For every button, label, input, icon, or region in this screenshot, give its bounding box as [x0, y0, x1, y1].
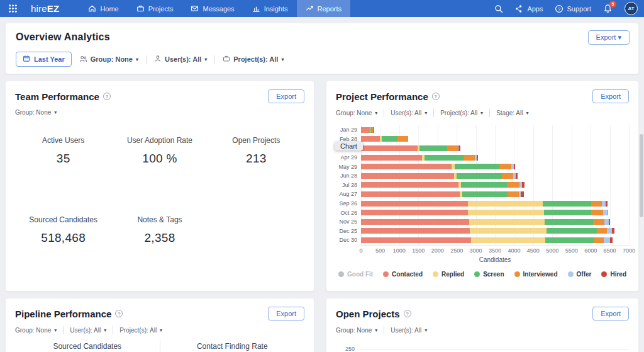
filter-user-s-all[interactable]: User(s): All▾ — [391, 110, 427, 116]
stacked-bar[interactable] — [361, 201, 629, 207]
filter-group-none[interactable]: Group: None▾ — [336, 110, 377, 116]
notifications-button[interactable]: 5 — [603, 4, 613, 13]
bar-segment-hired[interactable] — [609, 219, 610, 225]
bar-segment-hired[interactable] — [477, 155, 478, 161]
help-icon[interactable]: ? — [404, 310, 411, 317]
bar-segment-contacted[interactable] — [361, 145, 418, 151]
support-menu-item[interactable]: ? Support — [555, 4, 591, 13]
app-grid-icon[interactable] — [6, 4, 20, 13]
bar-segment-offer[interactable] — [604, 219, 609, 225]
nav-item-home[interactable]: Home — [79, 0, 127, 17]
bar-segment-interviewed[interactable] — [591, 201, 602, 207]
legend-item-screen[interactable]: Screen — [474, 271, 504, 278]
bar-segment-interviewed[interactable] — [507, 182, 519, 188]
bar-segment-contacted[interactable] — [361, 155, 422, 161]
bar-segment-screen[interactable] — [545, 219, 593, 225]
bar-segment-contacted[interactable] — [361, 164, 452, 169]
bar-segment-hired[interactable] — [521, 191, 523, 197]
legend-item-hired[interactable]: Hired — [601, 271, 626, 278]
stacked-bar[interactable] — [361, 173, 629, 179]
bar-segment-contacted[interactable] — [361, 173, 454, 179]
filter-group-none[interactable]: Group: None▾ — [15, 327, 57, 334]
bar-segment-contacted[interactable] — [361, 210, 468, 215]
bar-segment-contacted[interactable] — [361, 201, 468, 207]
legend-item-good-fit[interactable]: Good Fit — [338, 271, 373, 278]
filter-project-s-all[interactable]: Project(s): All▾ — [119, 327, 162, 334]
bar-segment-offer[interactable] — [607, 228, 612, 234]
filter-group-none[interactable]: Group: None▾ — [336, 327, 377, 334]
bar-segment-screen[interactable] — [382, 136, 398, 142]
bar-segment-interviewed[interactable] — [397, 136, 408, 142]
project-export-button[interactable]: Export — [592, 89, 629, 103]
bar-segment-screen[interactable] — [543, 201, 591, 207]
bar-segment-offer[interactable] — [604, 237, 609, 243]
bar-segment-replied[interactable] — [468, 201, 543, 207]
header-export-button[interactable]: Export ▾ — [588, 30, 630, 45]
open-projects-export-button[interactable]: Export — [592, 307, 629, 321]
bar-segment-interviewed[interactable] — [594, 237, 604, 243]
bar-segment-hired[interactable] — [612, 228, 614, 234]
bar-segment-contacted[interactable] — [361, 182, 458, 188]
stacked-bar[interactable] — [361, 145, 629, 151]
legend-item-offer[interactable]: Offer — [568, 271, 592, 278]
bar-segment-replied[interactable] — [468, 210, 544, 215]
bar-segment-contacted[interactable] — [361, 191, 460, 197]
bar-segment-contacted[interactable] — [361, 136, 380, 142]
stacked-bar[interactable] — [361, 127, 629, 133]
bar-segment-interviewed[interactable] — [508, 191, 519, 197]
team-export-button[interactable]: Export — [268, 89, 304, 103]
bar-segment-screen[interactable] — [545, 237, 594, 243]
filter-stage-all[interactable]: Stage: All▾ — [496, 110, 528, 116]
bar-segment-contacted[interactable] — [361, 237, 471, 243]
bar-segment-hired[interactable] — [606, 201, 608, 207]
bar-segment-screen[interactable] — [419, 145, 447, 151]
stacked-bar[interactable] — [361, 228, 629, 234]
bar-segment-replied[interactable] — [469, 219, 545, 225]
bar-segment-hired[interactable] — [374, 127, 374, 133]
bar-segment-contacted[interactable] — [361, 127, 370, 133]
date-range-button[interactable]: Last Year — [16, 52, 72, 67]
filter-user-s-all[interactable]: User(s): All▾ — [391, 327, 427, 334]
legend-item-contacted[interactable]: Contacted — [383, 271, 423, 278]
stacked-bar[interactable] — [361, 136, 629, 142]
pipeline-export-button[interactable]: Export — [268, 307, 304, 321]
stacked-bar[interactable] — [361, 191, 629, 197]
filter-group-none[interactable]: Group: None▾ — [15, 109, 57, 116]
legend-item-interviewed[interactable]: Interviewed — [514, 271, 558, 278]
bar-segment-hired[interactable] — [607, 210, 608, 215]
stacked-bar[interactable] — [361, 210, 629, 215]
nav-item-insights[interactable]: Insights — [243, 0, 297, 17]
bar-segment-interviewed[interactable] — [597, 228, 606, 234]
help-icon[interactable]: ? — [115, 310, 123, 317]
bar-segment-contacted[interactable] — [361, 228, 470, 234]
bar-segment-screen[interactable] — [462, 191, 508, 197]
bar-segment-replied[interactable] — [470, 228, 547, 234]
bar-segment-replied[interactable] — [471, 237, 546, 243]
nav-item-projects[interactable]: Projects — [128, 0, 182, 17]
nav-item-reports[interactable]: Reports — [297, 0, 351, 17]
nav-item-messages[interactable]: Messages — [182, 0, 243, 17]
bar-segment-screen[interactable] — [425, 155, 464, 161]
bar-segment-screen[interactable] — [457, 173, 502, 179]
bar-segment-hired[interactable] — [522, 182, 525, 188]
bar-segment-interviewed[interactable] — [447, 145, 458, 151]
bar-segment-interviewed[interactable] — [591, 210, 603, 215]
bar-segment-screen[interactable] — [547, 228, 597, 234]
bar-segment-screen[interactable] — [461, 182, 507, 188]
filter-group-none[interactable]: Group: None▾ — [79, 55, 138, 64]
vertical-scrollbar[interactable] — [640, 134, 643, 217]
user-avatar[interactable]: AT — [625, 2, 638, 15]
help-icon[interactable]: ? — [103, 93, 111, 100]
search-icon[interactable] — [494, 4, 503, 13]
filter-project-s-all[interactable]: Project(s): All▾ — [440, 110, 483, 116]
bar-segment-interviewed[interactable] — [464, 155, 475, 161]
bar-segment-interviewed[interactable] — [499, 164, 511, 169]
bar-segment-interviewed[interactable] — [502, 173, 513, 179]
filter-user-s-all[interactable]: User(s): All▾ — [154, 55, 207, 64]
bar-segment-screen[interactable] — [455, 164, 499, 169]
filter-user-s-all[interactable]: User(s): All▾ — [70, 327, 106, 334]
stacked-bar[interactable] — [361, 219, 629, 225]
bar-segment-hired[interactable] — [610, 237, 613, 243]
apps-menu-item[interactable]: Apps — [515, 4, 543, 13]
help-icon[interactable]: ? — [432, 93, 440, 100]
